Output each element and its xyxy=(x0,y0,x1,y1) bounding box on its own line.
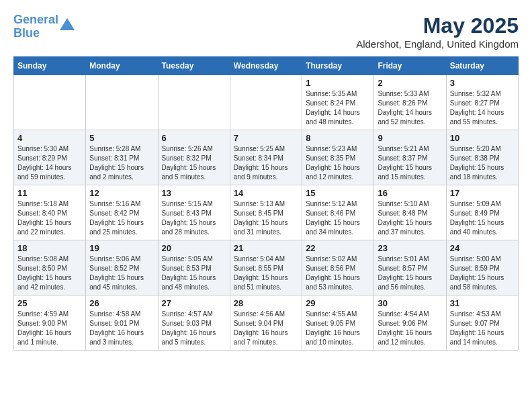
calendar-cell: 23Sunrise: 5:01 AM Sunset: 8:57 PM Dayli… xyxy=(374,240,446,295)
day-number: 30 xyxy=(378,298,442,308)
calendar-cell: 16Sunrise: 5:10 AM Sunset: 8:48 PM Dayli… xyxy=(374,185,446,240)
calendar-cell: 28Sunrise: 4:56 AM Sunset: 9:04 PM Dayli… xyxy=(230,295,302,351)
day-number: 31 xyxy=(450,298,515,308)
calendar-cell: 21Sunrise: 5:04 AM Sunset: 8:55 PM Dayli… xyxy=(230,240,302,295)
day-info: Sunrise: 5:28 AM Sunset: 8:31 PM Dayligh… xyxy=(89,144,154,182)
day-info: Sunrise: 5:21 AM Sunset: 8:37 PM Dayligh… xyxy=(378,144,442,182)
calendar-cell: 10Sunrise: 5:20 AM Sunset: 8:38 PM Dayli… xyxy=(446,130,518,185)
day-info: Sunrise: 5:18 AM Sunset: 8:40 PM Dayligh… xyxy=(17,199,82,237)
calendar-cell: 31Sunrise: 4:53 AM Sunset: 9:07 PM Dayli… xyxy=(446,295,518,351)
day-info: Sunrise: 5:09 AM Sunset: 8:49 PM Dayligh… xyxy=(450,199,515,237)
calendar-cell: 24Sunrise: 5:00 AM Sunset: 8:59 PM Dayli… xyxy=(446,240,518,295)
logo-icon xyxy=(60,18,75,30)
calendar-cell xyxy=(230,75,302,130)
day-number: 21 xyxy=(234,243,298,253)
day-info: Sunrise: 5:16 AM Sunset: 8:42 PM Dayligh… xyxy=(89,199,154,237)
day-number: 12 xyxy=(89,188,154,198)
day-number: 27 xyxy=(162,298,226,308)
day-info: Sunrise: 5:01 AM Sunset: 8:57 PM Dayligh… xyxy=(378,255,442,292)
title-area: May 2025 Aldershot, England, United King… xyxy=(356,13,519,50)
calendar-cell: 15Sunrise: 5:12 AM Sunset: 8:46 PM Dayli… xyxy=(302,185,374,240)
day-info: Sunrise: 5:32 AM Sunset: 8:27 PM Dayligh… xyxy=(450,89,515,127)
month-title: May 2025 xyxy=(356,13,519,38)
calendar-cell: 12Sunrise: 5:16 AM Sunset: 8:42 PM Dayli… xyxy=(86,185,158,240)
calendar-cell: 7Sunrise: 5:25 AM Sunset: 8:34 PM Daylig… xyxy=(230,130,302,185)
weekday-header-saturday: Saturday xyxy=(446,57,518,75)
day-info: Sunrise: 4:57 AM Sunset: 9:03 PM Dayligh… xyxy=(162,310,226,347)
day-number: 10 xyxy=(450,133,515,143)
calendar-cell: 26Sunrise: 4:58 AM Sunset: 9:01 PM Dayli… xyxy=(86,295,158,351)
day-number: 17 xyxy=(450,188,515,198)
week-row-3: 11Sunrise: 5:18 AM Sunset: 8:40 PM Dayli… xyxy=(14,185,519,240)
day-number: 22 xyxy=(306,243,370,253)
day-number: 14 xyxy=(234,188,298,198)
day-number: 4 xyxy=(17,133,82,143)
day-info: Sunrise: 4:56 AM Sunset: 9:04 PM Dayligh… xyxy=(234,310,298,347)
day-number: 2 xyxy=(378,78,442,88)
calendar-cell: 14Sunrise: 5:13 AM Sunset: 8:45 PM Dayli… xyxy=(230,185,302,240)
calendar-cell: 30Sunrise: 4:54 AM Sunset: 9:06 PM Dayli… xyxy=(374,295,446,351)
day-number: 1 xyxy=(306,78,370,88)
day-info: Sunrise: 4:58 AM Sunset: 9:01 PM Dayligh… xyxy=(89,310,154,347)
calendar-cell: 1Sunrise: 5:35 AM Sunset: 8:24 PM Daylig… xyxy=(302,75,374,130)
calendar-cell: 17Sunrise: 5:09 AM Sunset: 8:49 PM Dayli… xyxy=(446,185,518,240)
day-info: Sunrise: 5:15 AM Sunset: 8:43 PM Dayligh… xyxy=(162,199,226,237)
day-info: Sunrise: 4:54 AM Sunset: 9:06 PM Dayligh… xyxy=(378,310,442,347)
calendar-cell: 5Sunrise: 5:28 AM Sunset: 8:31 PM Daylig… xyxy=(86,130,158,185)
day-info: Sunrise: 5:23 AM Sunset: 8:35 PM Dayligh… xyxy=(306,144,370,182)
day-info: Sunrise: 5:13 AM Sunset: 8:45 PM Dayligh… xyxy=(234,199,298,237)
day-number: 5 xyxy=(89,133,154,143)
calendar-cell: 22Sunrise: 5:02 AM Sunset: 8:56 PM Dayli… xyxy=(302,240,374,295)
calendar-cell: 18Sunrise: 5:08 AM Sunset: 8:50 PM Dayli… xyxy=(14,240,86,295)
weekday-header-thursday: Thursday xyxy=(302,57,374,75)
calendar-cell: 13Sunrise: 5:15 AM Sunset: 8:43 PM Dayli… xyxy=(158,185,230,240)
location: Aldershot, England, United Kingdom xyxy=(356,38,519,50)
day-info: Sunrise: 5:26 AM Sunset: 8:32 PM Dayligh… xyxy=(162,144,226,182)
calendar-cell xyxy=(158,75,230,130)
day-number: 9 xyxy=(378,133,442,143)
calendar-cell xyxy=(86,75,158,130)
calendar-cell: 11Sunrise: 5:18 AM Sunset: 8:40 PM Dayli… xyxy=(14,185,86,240)
calendar-cell: 6Sunrise: 5:26 AM Sunset: 8:32 PM Daylig… xyxy=(158,130,230,185)
calendar-cell: 27Sunrise: 4:57 AM Sunset: 9:03 PM Dayli… xyxy=(158,295,230,351)
logo: GeneralBlue xyxy=(13,13,75,40)
calendar-cell xyxy=(14,75,86,130)
day-number: 23 xyxy=(378,243,442,253)
day-number: 28 xyxy=(234,298,298,308)
day-info: Sunrise: 5:25 AM Sunset: 8:34 PM Dayligh… xyxy=(234,144,298,182)
day-info: Sunrise: 5:35 AM Sunset: 8:24 PM Dayligh… xyxy=(306,89,370,127)
day-info: Sunrise: 4:53 AM Sunset: 9:07 PM Dayligh… xyxy=(450,310,515,347)
day-number: 6 xyxy=(162,133,226,143)
day-number: 7 xyxy=(234,133,298,143)
day-info: Sunrise: 4:59 AM Sunset: 9:00 PM Dayligh… xyxy=(17,310,82,347)
logo-text: GeneralBlue xyxy=(13,13,58,40)
week-row-4: 18Sunrise: 5:08 AM Sunset: 8:50 PM Dayli… xyxy=(14,240,519,295)
weekday-header-monday: Monday xyxy=(86,57,158,75)
day-info: Sunrise: 4:55 AM Sunset: 9:05 PM Dayligh… xyxy=(306,310,370,347)
day-info: Sunrise: 5:05 AM Sunset: 8:53 PM Dayligh… xyxy=(162,255,226,292)
calendar-cell: 8Sunrise: 5:23 AM Sunset: 8:35 PM Daylig… xyxy=(302,130,374,185)
day-number: 8 xyxy=(306,133,370,143)
calendar-cell: 9Sunrise: 5:21 AM Sunset: 8:37 PM Daylig… xyxy=(374,130,446,185)
weekday-header-friday: Friday xyxy=(374,57,446,75)
day-number: 20 xyxy=(162,243,226,253)
day-number: 18 xyxy=(17,243,82,253)
day-info: Sunrise: 5:10 AM Sunset: 8:48 PM Dayligh… xyxy=(378,199,442,237)
day-number: 16 xyxy=(378,188,442,198)
weekday-header-sunday: Sunday xyxy=(14,57,86,75)
day-number: 19 xyxy=(89,243,154,253)
calendar-cell: 4Sunrise: 5:30 AM Sunset: 8:29 PM Daylig… xyxy=(14,130,86,185)
day-number: 25 xyxy=(17,298,82,308)
day-info: Sunrise: 5:06 AM Sunset: 8:52 PM Dayligh… xyxy=(89,255,154,292)
day-info: Sunrise: 5:08 AM Sunset: 8:50 PM Dayligh… xyxy=(17,255,82,292)
svg-marker-0 xyxy=(60,18,75,30)
calendar-table: SundayMondayTuesdayWednesdayThursdayFrid… xyxy=(13,56,519,351)
day-number: 3 xyxy=(450,78,515,88)
week-row-2: 4Sunrise: 5:30 AM Sunset: 8:29 PM Daylig… xyxy=(14,130,519,185)
day-info: Sunrise: 5:04 AM Sunset: 8:55 PM Dayligh… xyxy=(234,255,298,292)
week-row-1: 1Sunrise: 5:35 AM Sunset: 8:24 PM Daylig… xyxy=(14,75,519,130)
day-info: Sunrise: 5:02 AM Sunset: 8:56 PM Dayligh… xyxy=(306,255,370,292)
day-number: 26 xyxy=(89,298,154,308)
weekday-header-row: SundayMondayTuesdayWednesdayThursdayFrid… xyxy=(14,57,519,75)
calendar-cell: 19Sunrise: 5:06 AM Sunset: 8:52 PM Dayli… xyxy=(86,240,158,295)
